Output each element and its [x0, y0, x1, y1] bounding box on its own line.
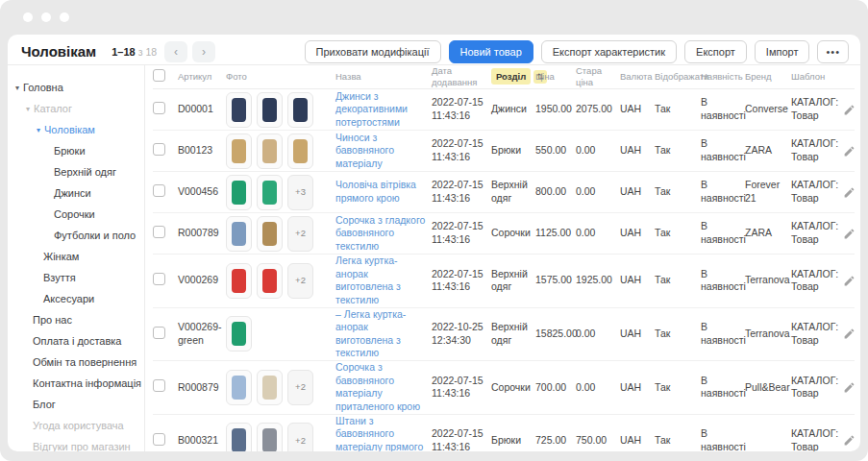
row-select-cell [153, 143, 178, 159]
pagination-prev-button[interactable]: ‹ [164, 41, 187, 62]
pagination-next-button[interactable]: › [192, 41, 215, 62]
product-table-body: D00001Джинси з декоративними потертостям… [153, 89, 855, 451]
sidebar-item-label: Верхній одяг [54, 166, 116, 178]
row-checkbox[interactable] [153, 379, 165, 392]
more-photos-badge[interactable]: +2 [287, 216, 313, 252]
sidebar-item-1[interactable]: ▾Каталог [8, 98, 144, 119]
sidebar-item-15[interactable]: Блог [8, 394, 144, 415]
name-cell: Чоловіча вітрівка прямого крою [335, 179, 432, 205]
sidebar-item-3[interactable]: Брюки [8, 140, 144, 161]
row-checkbox[interactable] [153, 327, 165, 339]
sidebar-item-label: Аксесуари [43, 293, 94, 304]
product-name-link[interactable]: – Легка куртка-анорак виготовлена з текс… [335, 308, 426, 361]
sidebar-item-7[interactable]: Футболки и поло [8, 225, 144, 246]
product-photo[interactable] [257, 423, 283, 451]
product-photo[interactable] [257, 216, 283, 252]
availability-cell: В наявності [701, 375, 745, 400]
product-photo[interactable] [287, 133, 313, 169]
import-button[interactable]: Імпорт [755, 40, 810, 63]
sidebar-item-13[interactable]: Обмін та повернення [8, 352, 144, 373]
row-checkbox[interactable] [153, 102, 165, 114]
sidebar-item-8[interactable]: Жінкам [8, 246, 144, 267]
select-all-checkbox[interactable] [153, 69, 165, 82]
window-titlebar [0, 0, 868, 35]
edit-button[interactable] [843, 104, 856, 116]
row-checkbox[interactable] [153, 184, 165, 197]
sidebar-item-11[interactable]: Про нас [8, 309, 144, 330]
display-cell: Так [655, 381, 701, 395]
product-name-link[interactable]: Легка куртка-анорак виготовлена з тексти… [335, 255, 426, 307]
sidebar-item-12[interactable]: Оплата і доставка [8, 330, 144, 352]
edit-button[interactable] [843, 328, 856, 340]
row-checkbox[interactable] [153, 433, 165, 446]
hide-modifications-button[interactable]: Приховати модифікації [305, 40, 441, 63]
garment-image [262, 181, 277, 205]
sidebar-item-4[interactable]: Верхній одяг [8, 161, 144, 182]
more-photos-badge[interactable]: +2 [287, 370, 313, 405]
product-photo[interactable] [257, 175, 283, 210]
product-photo[interactable] [226, 423, 252, 451]
product-photo[interactable] [226, 175, 252, 210]
product-photo[interactable] [257, 92, 283, 128]
product-photo[interactable] [226, 216, 252, 252]
product-photo[interactable] [226, 316, 252, 352]
product-photo[interactable] [257, 370, 283, 405]
export-characteristics-button[interactable]: Експорт характеристик [541, 40, 677, 63]
product-name-link[interactable]: Чоловіча вітрівка прямого крою [335, 179, 426, 205]
product-photo[interactable] [226, 92, 252, 128]
edit-button[interactable] [843, 381, 856, 394]
new-product-button[interactable]: Новий товар [449, 40, 533, 63]
column-header-display: Відображати [655, 71, 701, 83]
sidebar-item-2[interactable]: ▾Чоловікам [8, 119, 144, 140]
sidebar-item-5[interactable]: Джинси [8, 182, 144, 204]
window-control-dot[interactable] [23, 12, 33, 22]
edit-button[interactable] [843, 228, 856, 240]
row-checkbox[interactable] [153, 273, 165, 285]
availability-cell: В наявності [701, 96, 745, 122]
sidebar-item-9[interactable]: Взуття [8, 267, 144, 288]
sidebar-item-label: Угода користувача [33, 420, 124, 431]
row-checkbox[interactable] [153, 226, 165, 238]
product-name-link[interactable]: Чиноси з бавовняного матеріалу [335, 132, 426, 171]
more-photos-badge[interactable]: +2 [287, 423, 313, 451]
product-photo[interactable] [226, 133, 252, 169]
product-photo[interactable] [257, 133, 283, 169]
edit-button[interactable] [843, 145, 856, 158]
pencil-icon [843, 275, 856, 287]
more-photos-badge[interactable]: +3 [287, 175, 313, 210]
product-photo[interactable] [226, 370, 252, 405]
brand-cell: Terranova [745, 274, 791, 287]
chevron-down-icon: ▾ [15, 84, 19, 92]
article-cell: D00001 [178, 103, 226, 116]
product-photo[interactable] [226, 263, 252, 299]
product-name-link[interactable]: Штани з бавовняного матеріалу прямого кр… [335, 415, 426, 451]
column-header-label[interactable]: Розділ [491, 68, 531, 85]
edit-button[interactable] [843, 434, 856, 447]
display-cell: Так [655, 103, 701, 116]
more-photos-badge[interactable]: +2 [287, 263, 313, 299]
sidebar-item-16[interactable]: Угода користувача [8, 415, 144, 436]
product-name-link[interactable]: Джинси з декоративними потертостями [335, 90, 426, 130]
sidebar-item-0[interactable]: ▾Головна [8, 77, 144, 98]
export-button[interactable]: Експорт [684, 40, 747, 63]
window-control-dot[interactable] [41, 12, 51, 22]
product-name-link[interactable]: Сорочка з бавовняного матеріалу притален… [335, 361, 426, 414]
price-cell: 1125.00 [535, 227, 576, 240]
sidebar-item-14[interactable]: Контактна інформація [8, 373, 144, 394]
edit-button[interactable] [843, 186, 856, 199]
table-row: B000321+2Штани з бавовняного матеріалу п… [153, 415, 855, 451]
table-row: D00001Джинси з декоративними потертостям… [153, 89, 855, 131]
product-name-link[interactable]: Сорочка з гладкого бавовняного текстилю [335, 214, 426, 254]
edit-button[interactable] [843, 275, 856, 287]
window-control-dot[interactable] [60, 12, 69, 22]
product-photo[interactable] [257, 263, 283, 299]
chevron-left-icon: ‹ [174, 45, 178, 59]
row-checkbox[interactable] [153, 143, 165, 156]
sidebar-item-6[interactable]: Сорочки [8, 204, 144, 225]
sidebar-item-10[interactable]: Аксесуари [8, 288, 144, 309]
product-photo[interactable] [287, 92, 313, 128]
page-header: Чоловікам 1–18 з 18 ‹ › Приховати модифі… [8, 35, 860, 65]
availability-cell: В наявності [701, 220, 745, 246]
more-actions-button[interactable]: ••• [817, 40, 849, 63]
sidebar-item-17[interactable]: Відгуки про магазин [8, 436, 144, 451]
